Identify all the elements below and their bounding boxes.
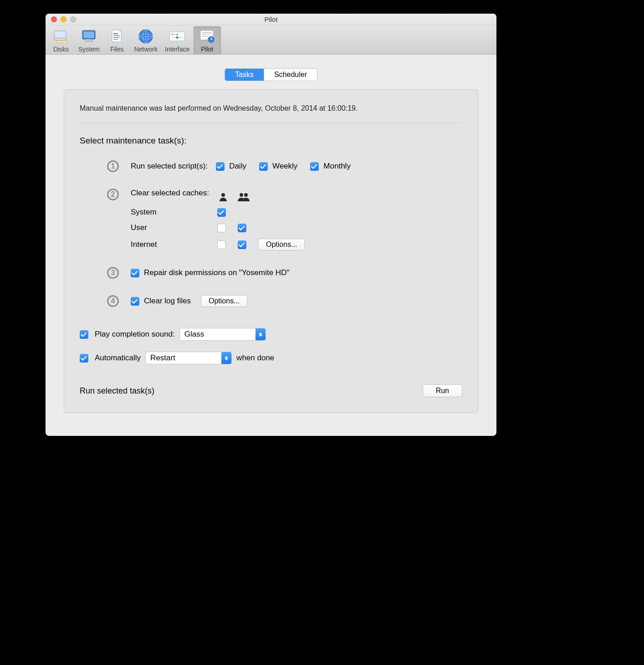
toolbar-item-network[interactable]: Network — [131, 26, 161, 54]
checkbox-repair-permissions[interactable] — [131, 269, 139, 277]
window-title: Pilot — [46, 15, 496, 23]
titlebar: Pilot — [46, 14, 496, 26]
toolbar-item-interface[interactable]: Interface — [161, 26, 193, 54]
svg-rect-0 — [54, 31, 66, 38]
svg-point-33 — [244, 193, 248, 197]
task-repair-permissions: 3 Repair disk permissions on "Yosemite H… — [102, 267, 462, 279]
checkbox-cache-internet-all[interactable] — [238, 240, 246, 249]
cache-row-system: System — [131, 208, 217, 217]
internet-options-button[interactable]: Options... — [258, 239, 305, 251]
cache-row-user: User — [131, 223, 217, 232]
toolbar-label: Interface — [165, 46, 189, 53]
auto-action-select[interactable]: Restart — [145, 352, 232, 364]
window-minimize-button[interactable] — [61, 16, 66, 22]
select-arrows-icon — [256, 328, 266, 340]
app-window: Pilot Disks System — [46, 14, 496, 436]
task-scripts: 1 Run selected script(s): Daily Weekly M… — [102, 160, 462, 172]
weekly-label: Weekly — [272, 162, 297, 171]
svg-rect-2 — [56, 41, 67, 43]
checkbox-cache-user-current[interactable] — [217, 224, 226, 232]
checkbox-monthly[interactable] — [310, 162, 319, 171]
checkbox-auto-action[interactable] — [80, 354, 88, 363]
cache-row-internet: Internet — [131, 240, 217, 249]
checkbox-clear-logs[interactable] — [131, 297, 139, 306]
checkbox-weekly[interactable] — [259, 162, 268, 171]
toolbar-label: Network — [134, 46, 158, 53]
auto-label-before: Automatically — [95, 353, 141, 363]
sound-select[interactable]: Glass — [179, 328, 266, 341]
toolbar-item-pilot[interactable]: Pilot — [194, 26, 221, 54]
disks-icon — [53, 28, 69, 45]
repair-label: Repair disk permissions on "Yosemite HD" — [144, 268, 289, 277]
daily-label: Daily — [229, 162, 246, 171]
svg-rect-26 — [201, 34, 209, 35]
toolbar-item-system[interactable]: System — [75, 26, 103, 54]
select-arrows-icon — [221, 352, 231, 364]
step-badge-4: 4 — [107, 295, 119, 307]
checkbox-cache-system[interactable] — [217, 208, 226, 217]
sound-select-value: Glass — [180, 330, 256, 339]
step-badge-1: 1 — [107, 160, 119, 172]
svg-point-21 — [176, 34, 178, 36]
checkbox-cache-internet-current[interactable] — [217, 240, 226, 249]
svg-point-20 — [174, 34, 176, 36]
svg-rect-6 — [84, 41, 93, 42]
toolbar-item-disks[interactable]: Disks — [47, 26, 75, 54]
toolbar-label: Files — [110, 46, 124, 53]
all-users-icon — [238, 192, 250, 201]
monthly-label: Monthly — [323, 162, 351, 171]
tab-segmented-control: Tasks Scheduler — [225, 68, 317, 81]
toolbar-label: System — [78, 46, 100, 53]
window-close-button[interactable] — [51, 16, 57, 22]
toolbar-label: Disks — [53, 46, 69, 53]
svg-rect-5 — [86, 39, 92, 41]
svg-rect-25 — [201, 32, 212, 34]
window-zoom-button[interactable] — [70, 16, 76, 22]
step-badge-3: 3 — [107, 267, 119, 279]
svg-rect-12 — [113, 39, 118, 40]
svg-point-23 — [176, 36, 179, 39]
footer-label: Run selected task(s) — [80, 386, 154, 396]
scripts-label: Run selected script(s): — [131, 162, 208, 171]
svg-rect-10 — [113, 35, 120, 36]
tasks-panel: Manual maintenance was last performed on… — [64, 89, 478, 413]
checkbox-play-sound[interactable] — [80, 330, 88, 339]
logs-options-button[interactable]: Options... — [201, 295, 247, 307]
last-run-status: Manual maintenance was last performed on… — [80, 104, 462, 123]
checkbox-daily[interactable] — [216, 162, 225, 171]
svg-rect-27 — [201, 36, 207, 37]
clear-logs-label: Clear log files — [144, 297, 191, 306]
svg-point-31 — [221, 193, 225, 197]
toolbar-item-files[interactable]: Files — [103, 26, 131, 54]
task-clear-logs: 4 Clear log files Options... — [102, 295, 462, 307]
svg-point-19 — [172, 34, 174, 36]
auto-action-value: Restart — [146, 353, 221, 363]
step-badge-2: 2 — [107, 189, 119, 200]
caches-label: Clear selected caches: — [131, 189, 209, 198]
auto-label-after: when done — [236, 353, 274, 363]
svg-rect-1 — [54, 38, 66, 40]
svg-rect-4 — [83, 31, 94, 38]
interface-icon — [169, 28, 185, 45]
toolbar: Disks System — [46, 26, 496, 55]
task-caches: 2 Clear selected caches: — [102, 189, 462, 251]
section-title: Select maintenance task(s): — [80, 136, 462, 146]
current-user-icon — [217, 192, 229, 201]
checkbox-cache-user-all[interactable] — [238, 224, 246, 232]
system-icon — [81, 28, 97, 45]
tab-scheduler[interactable]: Scheduler — [264, 69, 317, 81]
tab-tasks[interactable]: Tasks — [225, 69, 264, 81]
toolbar-label: Pilot — [201, 46, 213, 53]
svg-rect-11 — [113, 37, 120, 38]
network-icon — [138, 28, 154, 45]
svg-point-32 — [240, 193, 243, 197]
run-button[interactable]: Run — [423, 384, 462, 397]
pilot-icon — [199, 28, 215, 45]
files-icon — [109, 28, 125, 45]
play-sound-label: Play completion sound: — [95, 330, 175, 339]
svg-rect-9 — [113, 33, 118, 34]
